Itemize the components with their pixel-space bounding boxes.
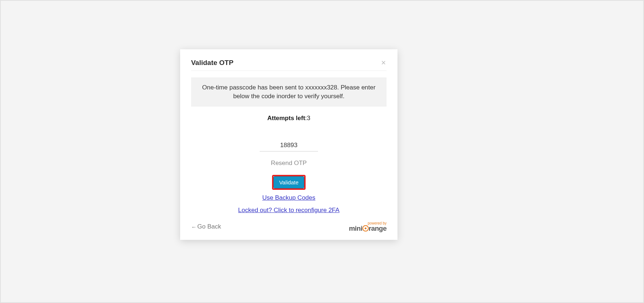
attempts-value: :3 [305, 115, 310, 122]
powered-by-branding: powered by minirange [349, 221, 387, 233]
close-icon[interactable]: × [380, 59, 387, 67]
svg-point-1 [365, 227, 366, 229]
use-backup-codes-link[interactable]: Use Backup Codes [191, 194, 387, 202]
arrow-left-icon: ← [191, 224, 197, 230]
modal-title: Validate OTP [191, 59, 233, 67]
info-message: One-time passcode has been sent to xxxxx… [191, 77, 387, 107]
otp-input[interactable] [260, 139, 318, 152]
resend-otp-link[interactable]: Resend OTP [191, 160, 387, 167]
validate-wrap: Validate [191, 175, 387, 190]
modal-footer: ←Go Back powered by minirange [191, 221, 387, 233]
go-back-link[interactable]: ←Go Back [191, 223, 221, 230]
brand-prefix: mini [349, 225, 362, 232]
attempts-label: Attempts left [267, 115, 305, 122]
brand-accent-icon [362, 225, 369, 232]
validate-button[interactable]: Validate [273, 176, 304, 188]
otp-modal: Validate OTP × One-time passcode has bee… [180, 49, 397, 240]
locked-out-link[interactable]: Locked out? Click to reconfigure 2FA [191, 207, 387, 214]
validate-highlight: Validate [272, 175, 305, 190]
modal-header: Validate OTP × [191, 59, 387, 71]
attempts-left: Attempts left:3 [191, 115, 387, 122]
brand-logo: minirange [349, 225, 387, 232]
go-back-label: Go Back [197, 223, 221, 230]
brand-suffix: range [369, 225, 387, 232]
